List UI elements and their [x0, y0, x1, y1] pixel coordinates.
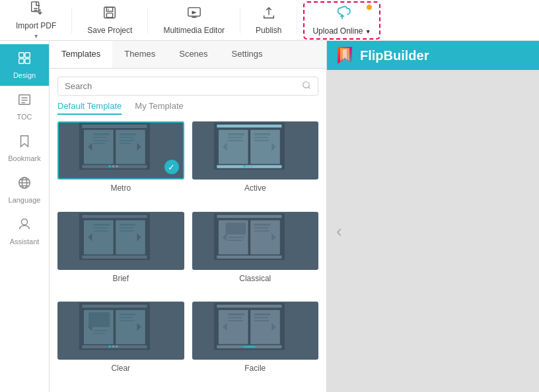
svg-rect-109: [228, 317, 242, 319]
template-classical-label: Classical: [239, 274, 271, 283]
svg-rect-15: [25, 59, 30, 63]
sidebar-item-toc[interactable]: TOC: [0, 86, 49, 127]
logo-icon-svg: [335, 46, 355, 65]
import-pdf-button[interactable]: Import PDF ▼: [7, 0, 65, 44]
sub-tab-my[interactable]: My Template: [135, 101, 183, 115]
save-project-label: Save Project: [87, 26, 132, 35]
template-grid: ✓ Metro: [50, 121, 326, 392]
svg-rect-3: [104, 7, 116, 18]
left-panel: Templates Themes Scenes Settings Default…: [50, 41, 327, 392]
template-metro[interactable]: ✓ Metro: [57, 121, 184, 204]
template-thumb-classical: [192, 212, 319, 270]
tab-templates[interactable]: Templates: [50, 41, 112, 68]
sidebar: Design TOC Bookmark: [0, 41, 50, 392]
svg-rect-63: [82, 214, 147, 217]
svg-rect-86: [254, 230, 269, 232]
svg-rect-114: [254, 317, 268, 319]
svg-rect-41: [120, 143, 131, 144]
flipbuilder-logo: [335, 46, 355, 65]
main-content: Templates Themes Scenes Settings Default…: [50, 41, 539, 392]
tab-scenes[interactable]: Scenes: [167, 41, 219, 68]
left-nav-arrow[interactable]: ‹: [336, 221, 342, 242]
sidebar-item-design[interactable]: Design: [0, 44, 49, 86]
svg-point-101: [108, 346, 111, 348]
bookmark-label: Bookmark: [8, 154, 41, 162]
template-brief-label: Brief: [112, 274, 129, 283]
svg-rect-67: [93, 227, 107, 228]
language-label: Language: [9, 196, 41, 204]
svg-rect-100: [82, 346, 147, 348]
svg-rect-99: [120, 320, 135, 321]
svg-rect-73: [120, 230, 135, 232]
template-thumb-facile: [192, 302, 319, 360]
svg-rect-68: [93, 230, 108, 232]
dropdown-arrow: ▼: [33, 33, 39, 40]
svg-point-59: [243, 165, 246, 168]
svg-point-45: [116, 165, 118, 168]
sub-tab-default[interactable]: Default Template: [57, 101, 122, 115]
svg-rect-79: [225, 222, 245, 234]
svg-rect-34: [93, 140, 108, 141]
import-pdf-label: Import PDF: [16, 21, 56, 30]
svg-rect-35: [93, 143, 105, 144]
svg-line-27: [308, 87, 310, 89]
svg-rect-94: [93, 333, 105, 335]
svg-rect-56: [254, 137, 268, 138]
right-header: FlipBuilder: [327, 41, 539, 70]
svg-rect-5: [107, 13, 113, 17]
svg-rect-118: [243, 346, 255, 348]
sidebar-item-language[interactable]: Language: [0, 169, 49, 211]
svg-rect-84: [254, 224, 270, 226]
template-classical[interactable]: Classical: [192, 212, 319, 294]
upload-online-icon: [334, 5, 351, 24]
separator-1: [71, 7, 72, 34]
upload-online-button[interactable]: Upload Online ▼: [303, 1, 380, 40]
publish-button[interactable]: Publish: [246, 1, 291, 39]
sidebar-item-assistant[interactable]: Assistant: [0, 211, 49, 252]
multimedia-editor-label: Multimedia Editor: [163, 26, 225, 35]
svg-point-61: [250, 165, 253, 168]
svg-rect-113: [254, 313, 270, 315]
upload-online-label: Upload Online ▼: [312, 26, 371, 36]
svg-rect-50: [228, 133, 244, 135]
svg-rect-71: [120, 224, 136, 226]
sidebar-item-bookmark[interactable]: Bookmark: [0, 127, 49, 169]
assistant-icon: [17, 217, 32, 235]
tab-themes[interactable]: Themes: [112, 41, 167, 68]
template-clear[interactable]: Clear: [57, 302, 184, 384]
design-label: Design: [13, 71, 36, 79]
search-icon: [302, 81, 311, 92]
svg-rect-33: [93, 137, 107, 138]
right-content: ‹: [327, 70, 539, 392]
svg-point-60: [246, 165, 249, 168]
svg-point-25: [21, 219, 27, 225]
separator-2: [147, 7, 148, 34]
template-facile-label: Facile: [244, 364, 266, 373]
svg-rect-58: [217, 165, 281, 168]
search-bar: [57, 77, 318, 96]
tab-settings[interactable]: Settings: [220, 41, 275, 68]
template-active[interactable]: Active: [192, 121, 319, 204]
svg-rect-52: [228, 140, 243, 141]
template-active-label: Active: [244, 183, 266, 193]
svg-rect-105: [217, 305, 281, 308]
template-thumb-brief: [57, 212, 184, 270]
svg-rect-85: [254, 227, 268, 228]
template-thumb-clear: [57, 302, 184, 360]
tabs-bar: Templates Themes Scenes Settings: [50, 41, 326, 69]
template-metro-label: Metro: [110, 183, 131, 193]
template-facile[interactable]: Facile: [192, 302, 319, 384]
sub-tabs: Default Template My Template: [50, 101, 326, 115]
right-panel: FlipBuilder ‹: [327, 41, 539, 392]
template-brief[interactable]: Brief: [57, 212, 184, 294]
svg-rect-98: [120, 317, 133, 319]
svg-rect-29: [82, 125, 147, 128]
upload-badge: [366, 4, 373, 11]
svg-rect-47: [217, 125, 281, 127]
save-project-button[interactable]: Save Project: [78, 1, 141, 39]
svg-rect-12: [19, 53, 24, 57]
svg-rect-115: [254, 320, 269, 321]
multimedia-editor-button[interactable]: Multimedia Editor: [154, 1, 234, 39]
search-input[interactable]: [65, 81, 302, 91]
bookmark-icon: [17, 134, 32, 152]
